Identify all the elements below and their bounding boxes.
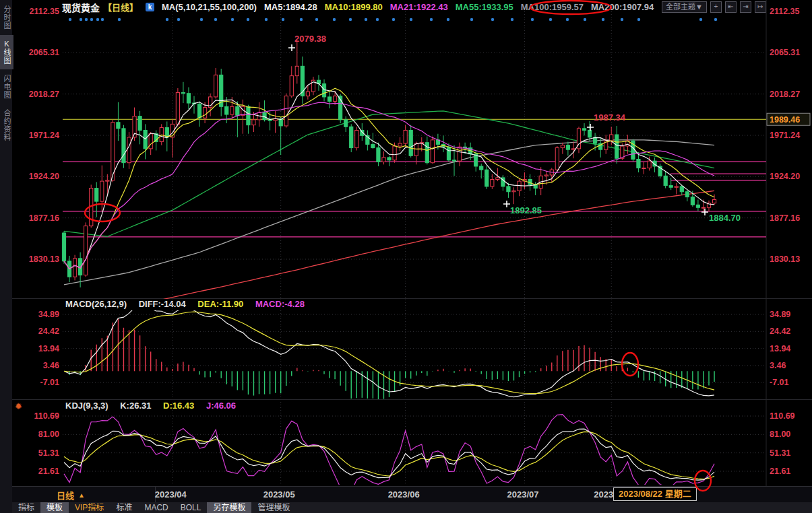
event-dot xyxy=(549,18,552,21)
svg-text:2112.35: 2112.35 xyxy=(770,7,800,16)
kline-chart-icon: k xyxy=(146,3,154,11)
event-dot xyxy=(333,18,336,21)
event-dot xyxy=(584,18,586,21)
event-dot xyxy=(96,18,99,21)
drawn-hlines: 1989.46 xyxy=(63,113,810,237)
tab-standard[interactable]: 标准 xyxy=(110,502,138,513)
svg-text:21.61: 21.61 xyxy=(770,467,790,476)
event-dot xyxy=(177,18,180,21)
svg-text:1877.16: 1877.16 xyxy=(770,213,800,223)
event-dot xyxy=(430,18,433,21)
svg-text:1830.13: 1830.13 xyxy=(29,254,59,264)
sidebar-tab-timeshare[interactable]: 分时图 xyxy=(0,1,13,34)
event-dot xyxy=(637,18,640,21)
kdj-d-value: D:16.43 xyxy=(163,401,194,411)
svg-text:3.46: 3.46 xyxy=(43,361,59,370)
theme-dropdown-button[interactable]: 全部主题▼ xyxy=(662,1,707,13)
tab-template[interactable]: 模板 xyxy=(40,502,69,513)
svg-text:2112.35: 2112.35 xyxy=(30,7,60,16)
svg-text:13.94: 13.94 xyxy=(770,344,790,353)
kdj-pane-header: KDJ(9,3,3) K:26.31 D:16.43 J:46.06 xyxy=(65,401,245,411)
svg-text:2018.27: 2018.27 xyxy=(29,90,59,99)
tab-manage-template[interactable]: 管理模板 xyxy=(251,502,296,513)
event-dot xyxy=(300,18,303,21)
svg-text:1924.20: 1924.20 xyxy=(29,172,59,181)
event-dot xyxy=(118,18,121,21)
svg-text:1987.34: 1987.34 xyxy=(594,112,626,123)
compress-right-icon[interactable]: ⇥ xyxy=(740,1,751,13)
tab-vip-indicator[interactable]: VIP指标 xyxy=(69,502,110,513)
month-label: 2023/04 xyxy=(155,489,187,500)
sidebar-tab-contract-info[interactable]: 合约资料 xyxy=(0,104,13,146)
macd-pane-header: MACD(26,12,9) DIFF:-14.04 DEA:-11.90 MAC… xyxy=(65,299,314,309)
event-dot xyxy=(376,18,379,21)
ma5-value: MA5:1894.28 xyxy=(264,2,317,12)
tab-indicator[interactable]: 指标 xyxy=(12,502,40,513)
svg-text:-7.01: -7.01 xyxy=(770,378,789,387)
svg-text:-7.01: -7.01 xyxy=(40,378,60,387)
tab-macd[interactable]: MACD xyxy=(138,502,174,513)
svg-text:13.94: 13.94 xyxy=(38,344,59,353)
period-label: 日线 xyxy=(57,489,74,502)
svg-text:110.69: 110.69 xyxy=(34,411,59,421)
month-label: 2023/07 xyxy=(507,489,539,500)
chart-type-sidebar: 分时图 K线图 闪电图 合约资料 xyxy=(0,0,12,513)
macd-macd-value: MACD:-4.28 xyxy=(255,299,305,309)
kdj-j-value: J:46.06 xyxy=(206,401,236,411)
svg-text:34.89: 34.89 xyxy=(770,310,790,319)
svg-text:3.46: 3.46 xyxy=(770,361,786,370)
event-dot xyxy=(101,18,104,21)
event-dot xyxy=(349,18,352,21)
event-dot xyxy=(470,18,473,21)
red-circle-annotation xyxy=(622,353,638,376)
tab-boll[interactable]: BOLL xyxy=(175,502,208,513)
symbol-name: 现货黄金 xyxy=(62,1,100,14)
event-dot xyxy=(80,18,82,21)
ma200-value: MA200:1907.94 xyxy=(591,2,654,12)
event-dot xyxy=(621,18,623,21)
short-ma-lines xyxy=(64,82,714,269)
svg-text:2079.38: 2079.38 xyxy=(294,34,326,44)
svg-text:34.89: 34.89 xyxy=(38,310,59,319)
step-right-icon[interactable]: ↦ xyxy=(755,1,766,13)
compress-left-icon[interactable]: ⇤ xyxy=(725,1,737,13)
gridlines: 2112.352112.352065.312065.312018.272018.… xyxy=(29,7,800,483)
ma10-value: MA10:1899.80 xyxy=(325,2,383,12)
sidebar-tab-kline[interactable]: K线图 xyxy=(0,35,13,69)
event-dot xyxy=(602,18,604,21)
svg-text:1892.85: 1892.85 xyxy=(510,205,542,215)
indicator-tab-bar: 指标 模板 VIP指标 标准 MACD BOLL 另存模板 管理模板 xyxy=(12,502,812,513)
period-selector[interactable]: 日线 ▲ xyxy=(12,487,156,503)
event-dot xyxy=(166,18,168,21)
svg-text:51.31: 51.31 xyxy=(38,448,59,458)
ma100-value: MA100:1959.57 xyxy=(521,2,584,12)
svg-text:1830.13: 1830.13 xyxy=(770,254,800,264)
month-label: 2023/06 xyxy=(388,489,420,500)
indicator-settings-icon[interactable]: ✹ xyxy=(15,401,22,411)
event-dot xyxy=(214,18,217,21)
event-dot xyxy=(566,18,569,21)
event-dot xyxy=(247,18,249,21)
event-dot xyxy=(69,18,71,21)
event-dot xyxy=(85,18,88,21)
event-dot xyxy=(491,18,494,21)
date-axis-bar: 日线 ▲ 2023/042023/052023/062023/072023/08… xyxy=(12,486,812,503)
tab-save-template[interactable]: 另存模板 xyxy=(207,502,251,513)
topbar-controls: 全部主题▼ + ⇤ ⇥ ↦ xyxy=(662,1,766,13)
macd-title: MACD(26,12,9) xyxy=(65,299,127,309)
event-dot xyxy=(200,18,203,21)
event-dot xyxy=(315,18,318,21)
event-dot xyxy=(265,18,268,21)
ma55-value: MA55:1933.95 xyxy=(456,2,513,12)
event-dot xyxy=(282,18,284,21)
last-bar-date-tooltip: 2023/08/22 星期二 xyxy=(613,487,697,501)
long-ma-lines xyxy=(64,111,714,305)
month-label: 2023/05 xyxy=(263,489,295,500)
kdj-title: KDJ(9,3,3) xyxy=(65,401,108,411)
candles xyxy=(62,40,716,287)
kdj-plot xyxy=(64,415,714,491)
sidebar-tab-lightning[interactable]: 闪电图 xyxy=(0,70,13,104)
ma-params-label: MA(5,10,21,55,100,200) xyxy=(162,2,257,12)
crosshair-icon[interactable]: + xyxy=(710,1,722,13)
event-dot xyxy=(447,18,449,21)
